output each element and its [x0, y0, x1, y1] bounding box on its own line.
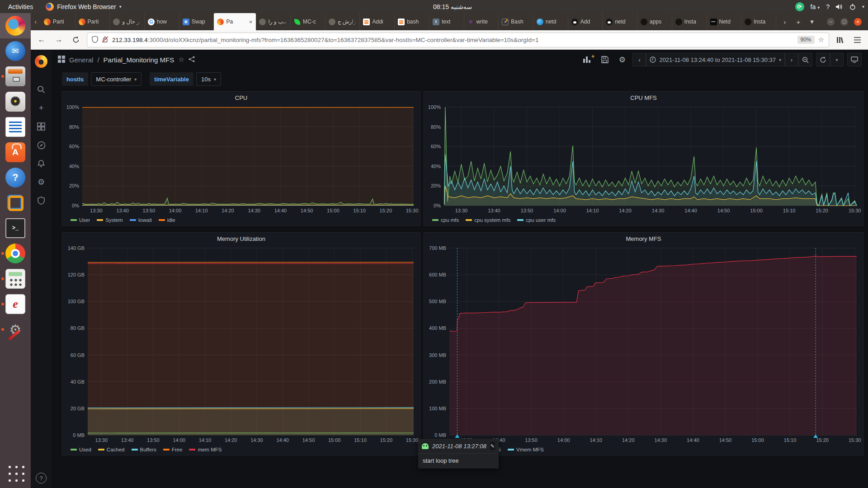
- kiosk-mode-button[interactable]: [847, 53, 862, 66]
- vmware-dock-item[interactable]: [0, 190, 31, 216]
- power-icon[interactable]: [849, 4, 856, 10]
- variable-value-dropdown[interactable]: MC-controller▾: [91, 72, 142, 86]
- tab-close-icon[interactable]: ×: [249, 19, 253, 25]
- refresh-interval-dropdown[interactable]: ▾: [830, 53, 844, 66]
- configuration-gear-icon[interactable]: ⚙: [36, 177, 47, 188]
- browser-tab[interactable]: Insta: [741, 13, 776, 30]
- forward-button[interactable]: →: [52, 33, 65, 46]
- close-button[interactable]: ×: [854, 18, 862, 26]
- menu-icon[interactable]: [851, 33, 863, 46]
- tracking-protection-shield-icon[interactable]: [92, 36, 98, 44]
- grafana-help-icon[interactable]: ?: [36, 473, 47, 483]
- breadcrumb-section[interactable]: General: [69, 56, 93, 64]
- server-admin-shield-icon[interactable]: [36, 195, 47, 206]
- speakers-dock-item[interactable]: [0, 89, 31, 114]
- clock[interactable]: سه‌شنبه 08:15: [433, 0, 472, 13]
- browser-tab[interactable]: Ghow: [145, 13, 179, 30]
- file-cabinet-dock-item[interactable]: [0, 64, 31, 89]
- bookmark-star-icon[interactable]: ☆: [818, 36, 824, 44]
- browser-tab[interactable]: در حال و: [110, 13, 145, 30]
- panel-cpu[interactable]: CPU 0%20%40%60%80%100%13:3013:4013:5014:…: [62, 91, 420, 226]
- share-icon[interactable]: [189, 56, 195, 64]
- browser-tab[interactable]: ❋Swap: [179, 13, 214, 30]
- legend-item[interactable]: User: [71, 217, 90, 223]
- legend-item[interactable]: Cached: [98, 447, 125, 452]
- grafana-logo[interactable]: [35, 55, 47, 68]
- document-viewer-dock-item[interactable]: e: [0, 291, 31, 317]
- activities-button[interactable]: Activities: [0, 0, 41, 13]
- legend-item[interactable]: cpu system mfs: [466, 217, 510, 223]
- legend-item[interactable]: Buffers: [132, 447, 156, 452]
- url-bar[interactable]: 212.33.198.4:3000/d/oIoXXkcnz/partial_mo…: [87, 33, 829, 47]
- save-dashboard-button[interactable]: [598, 53, 612, 66]
- ubuntu-software-dock-item[interactable]: A: [0, 140, 31, 165]
- sync-indicator-icon[interactable]: ⟳: [795, 2, 804, 11]
- legend-item[interactable]: Free: [163, 447, 183, 452]
- zoom-level-badge[interactable]: 90%: [797, 36, 815, 44]
- legend-item[interactable]: Used: [71, 447, 91, 452]
- chevron-down-icon[interactable]: ▾: [862, 4, 864, 9]
- legend-item[interactable]: System: [97, 217, 123, 223]
- scroll-tabs-left-button[interactable]: ‹: [31, 13, 41, 30]
- panel-cpu-mfs[interactable]: CPU MFS 0%20%40%60%80%100%13:3013:4013:5…: [424, 91, 863, 226]
- keyboard-layout-indicator[interactable]: fa ▾: [811, 3, 820, 10]
- browser-tab[interactable]: نصب و را: [256, 13, 291, 30]
- insecure-lock-icon[interactable]: [102, 36, 108, 44]
- libreoffice-writer-dock-item[interactable]: [0, 114, 31, 140]
- refresh-button[interactable]: [816, 53, 830, 66]
- favorite-star-icon[interactable]: ☆: [178, 56, 184, 64]
- panel-title[interactable]: Memory MFS: [424, 233, 863, 244]
- new-tab-button[interactable]: +: [793, 18, 804, 26]
- legend-item[interactable]: mem MFS: [189, 447, 222, 452]
- help-dock-item[interactable]: ?: [0, 165, 31, 190]
- terminal-dock-item[interactable]: >_: [0, 216, 31, 241]
- calculator-dock-item[interactable]: [0, 266, 31, 291]
- explore-compass-icon[interactable]: [36, 140, 47, 150]
- panel-title[interactable]: CPU: [62, 92, 420, 103]
- browser-tab[interactable]: ✳write: [464, 13, 499, 30]
- search-icon[interactable]: [36, 84, 47, 95]
- alerting-bell-icon[interactable]: [36, 158, 47, 169]
- browser-tab[interactable]: netd: [603, 13, 637, 30]
- app-menu[interactable]: Firefox Web Browser ▾: [41, 3, 126, 11]
- thunderbird-dock-item[interactable]: ✉: [0, 38, 31, 64]
- browser-tab[interactable]: bash: [395, 13, 429, 30]
- firefox-dock-item[interactable]: [0, 13, 31, 38]
- browser-tab[interactable]: netd: [533, 13, 568, 30]
- browser-tab[interactable]: Insta: [672, 13, 707, 30]
- browser-tab[interactable]: Parti: [75, 13, 110, 30]
- time-shift-back-button[interactable]: ‹: [632, 53, 646, 66]
- edit-annotation-button[interactable]: ✎: [490, 442, 495, 450]
- scroll-tabs-right-button[interactable]: ›: [779, 18, 791, 26]
- url-text[interactable]: 212.33.198.4:3000/d/oIoXXkcnz/partial_mo…: [112, 37, 794, 43]
- add-panel-button[interactable]: [580, 53, 594, 66]
- browser-tab[interactable]: Pa×: [214, 13, 256, 30]
- list-all-tabs-button[interactable]: ▾: [806, 18, 818, 26]
- panel-memory-utilization[interactable]: Memory Utilization 0 MB20 GB40 GB60 GB80…: [62, 232, 420, 455]
- tweaks-dock-item[interactable]: ⚙: [0, 317, 31, 342]
- browser-tab[interactable]: >Bash: [499, 13, 533, 30]
- legend-item[interactable]: cpu mfs: [432, 217, 459, 223]
- browser-tab[interactable]: MC-c: [291, 13, 326, 30]
- help-indicator[interactable]: ?: [826, 3, 830, 10]
- time-shift-forward-button[interactable]: ›: [785, 53, 798, 66]
- minimize-button[interactable]: –: [827, 18, 835, 26]
- time-range-picker[interactable]: 2021-11-08 13:24:40 to 2021-11-08 15:30:…: [646, 53, 785, 66]
- legend-item[interactable]: Iowait: [130, 217, 152, 223]
- maximize-button[interactable]: ▢: [840, 18, 848, 26]
- browser-tab[interactable]: Addi: [360, 13, 395, 30]
- dashboard-settings-button[interactable]: ⚙: [615, 53, 629, 66]
- show-applications-button[interactable]: [0, 460, 31, 485]
- dashboard-title[interactable]: Partial_Monitoring MFS: [104, 56, 175, 64]
- chrome-dock-item[interactable]: [0, 241, 31, 266]
- library-icon[interactable]: [834, 33, 846, 46]
- zoom-out-time-button[interactable]: [798, 53, 812, 66]
- panel-title[interactable]: Memory Utilization: [62, 233, 420, 244]
- back-button[interactable]: ←: [35, 33, 48, 46]
- browser-tab[interactable]: apps: [637, 13, 672, 30]
- variable-value-dropdown[interactable]: 10s▾: [196, 72, 221, 86]
- browser-tab[interactable]: Add: [568, 13, 603, 30]
- legend-item[interactable]: cpu user mfs: [517, 217, 556, 223]
- legend-item[interactable]: Vmem MFS: [508, 447, 544, 452]
- browser-tab[interactable]: گزارش چ: [326, 13, 360, 30]
